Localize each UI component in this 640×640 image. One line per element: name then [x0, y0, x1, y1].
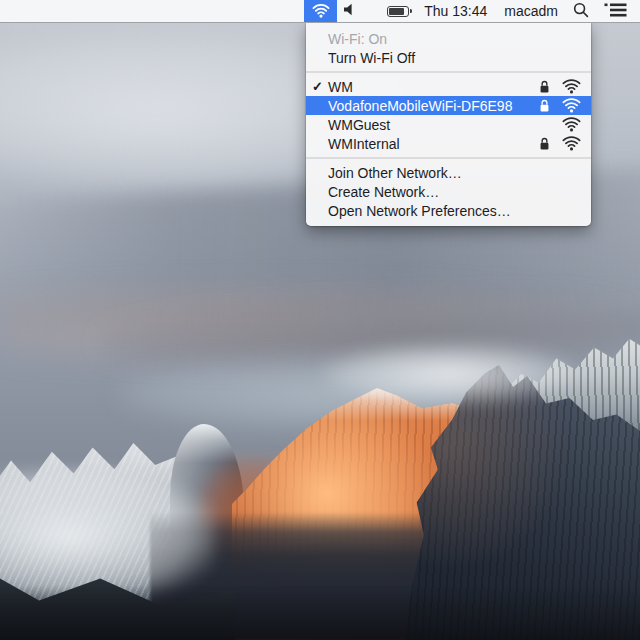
menu-separator [306, 71, 591, 73]
wifi-signal-icon [562, 98, 581, 113]
menu-item-network-wm[interactable]: ✓ WM [306, 77, 591, 96]
wifi-signal-icon [562, 136, 581, 151]
menu-item-wifi-status: Wi-Fi: On [306, 29, 591, 48]
wifi-signal-icon [562, 117, 581, 132]
action-label: Create Network… [328, 184, 439, 200]
lock-icon [539, 136, 550, 151]
network-label: WMInternal [328, 136, 400, 152]
volume-menu-extra[interactable] [343, 0, 356, 22]
action-label: Open Network Preferences… [328, 203, 511, 219]
username-text: macadm [504, 3, 558, 19]
menu-bar: Thu 13:44 macadm [0, 0, 640, 23]
menu-item-network-wminternal[interactable]: WMInternal [306, 134, 591, 153]
menu-separator [306, 157, 591, 159]
spotlight-menu-extra[interactable] [573, 0, 589, 22]
clock-menu-extra[interactable]: Thu 13:44 [424, 0, 487, 22]
user-menu-extra[interactable]: macadm [504, 0, 558, 22]
battery-icon [387, 6, 409, 17]
menu-item-network-vodafone[interactable]: VodafoneMobileWiFi-DF6E98 [306, 96, 591, 115]
menu-item-network-wmguest[interactable]: WMGuest [306, 115, 591, 134]
notification-center-menu-extra[interactable] [604, 0, 627, 22]
network-label: WM [328, 79, 353, 95]
checkmark-icon: ✓ [312, 79, 328, 94]
menu-item-open-network-preferences[interactable]: Open Network Preferences… [306, 201, 591, 220]
wifi-menu-extra[interactable] [304, 0, 337, 22]
search-icon [573, 2, 589, 21]
list-icon [604, 3, 627, 20]
wifi-dropdown-menu: Wi-Fi: On Turn Wi-Fi Off ✓ WM VodafoneMo… [306, 22, 591, 226]
wifi-status-label: Wi-Fi: On [328, 31, 387, 47]
wallpaper-fog [320, 343, 580, 405]
action-label: Join Other Network… [328, 165, 462, 181]
network-label: VodafoneMobileWiFi-DF6E98 [328, 98, 512, 114]
menu-item-turn-wifi-off[interactable]: Turn Wi-Fi Off [306, 48, 591, 67]
wallpaper-bottom-shadow [0, 585, 640, 640]
turn-wifi-off-label: Turn Wi-Fi Off [328, 50, 415, 66]
battery-menu-extra[interactable] [387, 0, 412, 22]
lock-icon [539, 79, 550, 94]
battery-nub [410, 9, 412, 13]
menu-item-create-network[interactable]: Create Network… [306, 182, 591, 201]
menu-item-join-other-network[interactable]: Join Other Network… [306, 163, 591, 182]
clock-text: Thu 13:44 [424, 3, 487, 19]
wifi-signal-icon [562, 79, 581, 94]
network-label: WMGuest [328, 117, 390, 133]
wifi-icon [312, 4, 330, 18]
lock-icon [539, 98, 550, 113]
speaker-icon [343, 3, 356, 19]
